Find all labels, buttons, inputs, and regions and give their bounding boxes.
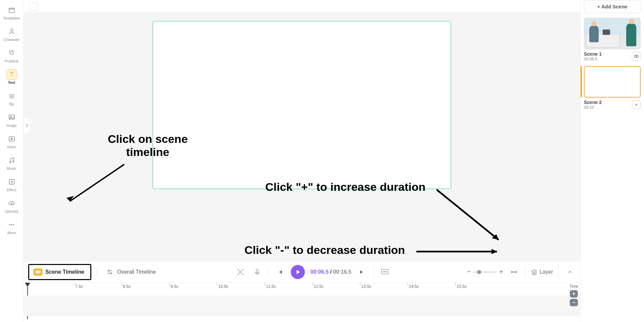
zoom-minus[interactable]: − [467,268,471,275]
sidebar-item-music[interactable]: Music [2,153,22,172]
stage-canvas[interactable] [152,21,451,189]
sidebar-item-video[interactable]: Video [2,131,22,151]
divider [97,267,97,277]
scene-timeline-button[interactable]: Scene Timeline [31,266,87,278]
divider [373,267,374,277]
ruler-tick: 10.5s [218,284,228,289]
svg-rect-14 [257,269,259,273]
canvas-area [24,13,580,261]
scene-duration: 00:10 [584,105,602,110]
overall-timeline-button[interactable]: Overall Timeline [102,266,158,278]
ruler-tick: 7.5s [75,284,83,289]
more-icon [6,219,17,230]
timeline-track[interactable] [24,296,580,316]
divider [558,267,559,277]
scene-timeline-label: Scene Timeline [45,269,84,275]
sidebar-item-text[interactable]: Text [2,67,22,87]
character-icon [6,26,17,37]
svg-point-5 [9,162,11,163]
fit-width-button[interactable] [508,266,520,278]
scene-thumbnail[interactable] [584,18,641,49]
mini-thumbnail[interactable] [30,2,38,10]
ruler-tick: 12.5s [314,284,323,289]
image-icon [6,112,17,123]
sidebar-item-label: Bg [9,102,14,106]
overall-timeline-icon [105,268,114,276]
svg-point-1 [10,29,13,32]
skip-forward-button[interactable] [357,266,368,278]
microphone-button[interactable] [251,266,263,278]
sidebar-item-label: Property [5,59,19,63]
caption-button[interactable] [379,266,390,278]
sidebar-item-more[interactable]: More [2,217,22,237]
timeline-ruler[interactable]: 7.5s 8.5s 9.5s 10.5s 11.5s 12.5s 13.5s 1… [24,283,580,291]
ruler-tick: 14.5s [409,284,419,289]
collapse-timeline-button[interactable] [564,266,576,278]
music-icon [6,155,17,166]
timeline-ruler-area: 7.5s 8.5s 9.5s 10.5s 11.5s 12.5s 13.5s 1… [24,282,580,322]
sidebar-item-templates[interactable]: Templates [2,3,22,22]
sidebar-item-bg[interactable]: Bg [2,89,22,108]
scene-duration: 00:06.5 [584,57,602,61]
svg-point-16 [383,271,384,272]
zoom-slider[interactable] [473,271,497,273]
left-sidebar: Templates Character Property Text Bg Ima… [0,0,24,322]
ruler-tick: 8.5s [123,284,131,289]
increase-duration-button[interactable]: + [570,290,578,298]
svg-point-3 [10,116,11,117]
sidebar-item-character[interactable]: Character [2,24,22,44]
svg-rect-0 [9,8,14,13]
zoom-control[interactable]: − + [467,268,503,275]
selected-indicator [581,66,582,98]
sidebar-item-label: Templates [3,16,20,20]
scene-card[interactable]: Scene 1 00:06.5 [584,18,641,61]
scene-add-button[interactable]: + [632,100,641,109]
top-strip [24,0,580,13]
svg-point-13 [240,271,242,273]
expand-panel-handle[interactable] [24,117,30,133]
sidebar-item-label: Video [7,145,16,149]
scene-thumbnail[interactable] [584,66,641,98]
duration-adjust-column: Time + − [569,284,578,306]
zoom-plus[interactable]: + [499,268,503,275]
overall-timeline-label: Overall Timeline [117,269,156,275]
scene-timeline-icon [33,268,43,276]
sidebar-item-label: Image [6,123,17,127]
effect-icon [6,176,17,187]
scene-card[interactable]: Scene 2 00:10 + [584,66,641,110]
sidebar-item-property[interactable]: Property [2,46,22,65]
time-display: 00:06.5 / 00:16.5 [310,269,351,275]
sidebar-item-effect[interactable]: Effect [2,174,22,194]
scene-transition-button[interactable] [632,52,641,61]
ruler-tick: 15.5s [457,284,466,289]
svg-point-9 [11,224,12,225]
svg-point-20 [636,55,639,58]
ruler-tick: 13.5s [361,284,371,289]
templates-icon [6,5,17,15]
camera-focus-button[interactable] [235,266,246,278]
ruler-tick: 11.5s [266,284,276,289]
scenes-panel: + Add Scene Scene 1 00:06.5 Scene 2 [580,0,644,322]
svg-point-17 [384,271,385,272]
time-current: 00:06.5 [310,269,328,275]
ruler-tick: 9.5s [171,284,178,289]
layer-button[interactable]: Layer [531,269,553,275]
sidebar-item-uploads[interactable]: Uploads [2,196,22,215]
svg-point-18 [386,271,386,272]
decrease-duration-button[interactable]: − [570,299,578,306]
main-area: Scene Timeline Overall Timeline 00:06.5 … [24,0,580,322]
sidebar-item-image[interactable]: Image [2,110,22,129]
skip-back-button[interactable] [274,266,285,278]
svg-point-10 [13,224,14,225]
layer-icon [531,269,538,275]
svg-point-8 [9,224,10,225]
svg-point-6 [12,161,14,162]
play-button[interactable] [291,265,305,279]
time-total: 00:16.5 [333,269,351,275]
divider [268,267,269,277]
add-scene-button[interactable]: + Add Scene [584,0,641,13]
sidebar-item-label: More [7,231,16,235]
sidebar-item-label: Uploads [5,209,18,213]
sidebar-item-label: Text [8,80,15,85]
svg-rect-12 [36,271,40,273]
